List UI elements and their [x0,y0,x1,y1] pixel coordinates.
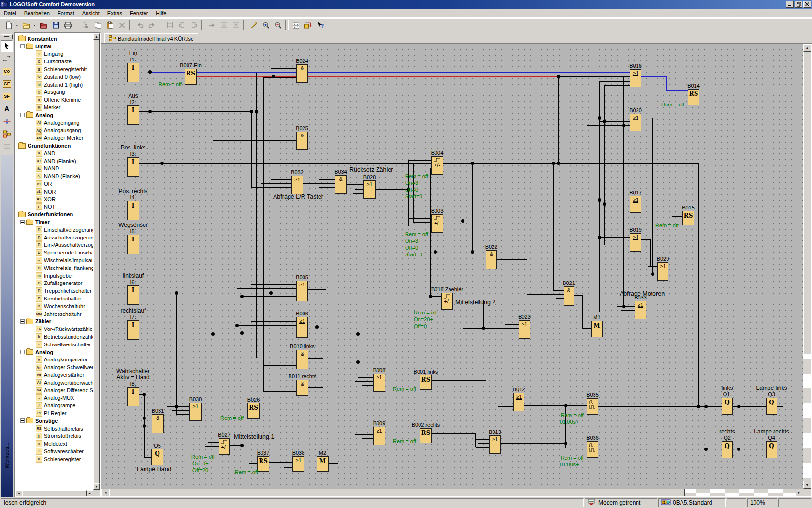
block-B014[interactable]: B014RS [688,89,699,105]
block-B025[interactable]: B025& [296,132,308,150]
special-functions-tool[interactable]: SF [1,90,13,102]
collapse-icon[interactable] [20,418,25,423]
block-B029[interactable]: B029≥1 [657,262,668,281]
tree-item-speichernde-einschaltverz-[interactable]: ⊔Speichernde Einschaltverzö [16,249,93,256]
close-button[interactable] [803,1,811,8]
tree-folder-analog[interactable]: Analog [16,348,93,356]
tree-item-vor-r-ckw-rtsz-hler[interactable]: +/-Vor-/Rückwärtszähler [16,325,93,333]
tree-item-wischrelais-flankengetrigg[interactable]: ⊓Wischrelais, flankengetrigg [16,264,93,272]
tree-item-offene-klemme[interactable]: XOffene Klemme [16,96,93,104]
constants-tool[interactable]: Co [1,65,13,77]
tree-item-ausschaltverz-gerung[interactable]: ⊓Ausschaltverzögerung [16,234,93,241]
block-M1[interactable]: M1M [591,321,603,337]
block-B037[interactable]: B037RS [257,456,269,472]
block-I2[interactable]: AusI2.I [127,105,139,125]
new-file-icon[interactable] [3,19,15,31]
tree-item-schieberegister[interactable]: »Schieberegister [16,455,93,463]
tree-item-pi-regler[interactable]: PIPI-Regler [16,409,93,417]
tree-folder-analog[interactable]: Analog [16,111,93,119]
tree-folder-sonstige[interactable]: Sonstige [16,417,93,425]
tree-item-nand[interactable]: &.NAND [16,165,93,173]
block-B001[interactable]: B001 linksRS [420,375,432,390]
tree-item-analog-mux[interactable]: →Analog-MUX [16,394,93,402]
tree-item-stromsto-relais[interactable]: ∏Stromstoßrelais [16,432,93,440]
scroll-right-icon[interactable]: ► [796,489,803,496]
tree-horizontal-scrollbar[interactable]: ◄ ► [15,490,93,496]
tree-item-xor[interactable]: =1XOR [16,195,93,203]
tree-item-nand-flanke-[interactable]: ^.NAND (Flanke) [16,172,93,180]
canvas-horizontal-scrollbar[interactable]: ◄ ► [102,489,803,496]
tree-folder-grundfunktionen[interactable]: Grundfunktionen [16,142,93,149]
tree-item-analogausgang[interactable]: AQAnalogausgang [16,127,93,134]
block-M2[interactable]: M2M [317,456,329,472]
block-B033[interactable]: B033≥1 [635,301,646,319]
network-tool[interactable] [1,128,13,140]
block-B008[interactable]: B008≥1 [373,374,385,392]
tree-item-ein-ausschaltverz-gerung[interactable]: ⊓Ein-/Ausschaltverzögerung [16,241,93,249]
tree-item-schieberegisterbit[interactable]: SSchieberegisterbit [16,65,93,73]
tree-item-treppenlichtschalter[interactable]: ⊓Treppenlichtschalter [16,287,93,295]
document-tab[interactable]: Bandlaufmodell final v4 KÜR.lsc [104,33,198,43]
tree-item-and-flanke-[interactable]: &↑AND (Flanke) [16,157,93,165]
block-B006[interactable]: B006≥1 [296,317,308,338]
block-B035[interactable]: B035 [587,398,598,415]
minimize-button[interactable] [786,1,794,8]
canvas-vertical-scrollbar[interactable]: ▲ ▼ [803,44,811,489]
copy-icon[interactable] [92,19,104,31]
tree-item-cursortaste[interactable]: CCursortaste [16,58,93,65]
scroll-down-icon[interactable]: ▼ [93,483,100,490]
tree-item-meldetext[interactable]: ≡Meldetext [16,440,93,448]
tree-item-zustand-1-high-[interactable]: hiZustand 1 (high) [16,81,93,89]
collapse-icon[interactable] [20,319,25,324]
block-I4[interactable]: Pos. rechtsI4.I [127,201,139,220]
simulation-tool[interactable] [1,141,13,152]
block-Q4[interactable]: Lampe rechtsQ4Q [766,441,777,458]
collapse-icon[interactable] [20,350,25,354]
block-I8[interactable]: WahlschalterAktiv = HandI8.I [127,387,139,406]
block-B004[interactable]: B004+/- [431,156,443,175]
tree-item-analogkomparator[interactable]: AAnalogkomparator [16,356,93,363]
text-tool[interactable]: A [1,103,13,115]
block-B017[interactable]: B017≥1 [630,196,641,213]
tree-item-analoger-schwellwertschalt[interactable]: A∩Analoger Schwellwertschalt [16,363,93,371]
simulation-icon[interactable] [302,19,314,31]
tree-vertical-scrollbar[interactable]: ▲ ▼ [93,33,100,490]
block-B003[interactable]: B003+/- [431,214,443,233]
tree-item-merker[interactable]: MMerker [16,104,93,111]
block-B007[interactable]: B007 EinRS [185,69,197,85]
block-B011[interactable]: B011 rechts& [296,380,308,396]
block-B012[interactable]: B012≥1 [513,393,524,411]
basic-functions-tool[interactable]: GF [1,78,13,90]
tree-folder-digital[interactable]: Digital [16,43,93,50]
tree-item-zufallsgenerator[interactable]: ⊓Zufallsgenerator [16,280,93,287]
menu-datei[interactable]: Datei [0,9,20,17]
scroll-down-icon[interactable]: ▼ [803,481,811,489]
block-Q2[interactable]: rechtsQ2Q [722,441,733,458]
open-file-dropdown[interactable] [32,19,38,31]
scroll-left-icon[interactable]: ◄ [15,490,22,496]
tree-item-analoger-differenz-schwell[interactable]: ΔAAnaloger Differenz-Schwell [16,387,93,394]
tree-item-analogrampe[interactable]: /Analogrampe [16,402,93,409]
block-B024[interactable]: B024& [296,64,308,83]
collapse-icon[interactable] [20,113,25,117]
tree-item-eingang[interactable]: IEingang [16,50,93,58]
tree-item-jahresschaltuhr[interactable]: MMJahresschaltuhr [16,310,93,318]
tree-folder-zähler[interactable]: Zähler [16,317,93,325]
tree-item-or[interactable]: ≥1OR [16,180,93,188]
tree-item-zustand-0-low-[interactable]: loZustand 0 (low) [16,73,93,81]
block-B016[interactable]: B016≥1 [630,69,641,87]
tree-item-analogverst-rker[interactable]: A±Analogverstärker [16,371,93,379]
tree-item-nor[interactable]: ≥1.NOR [16,188,93,195]
scroll-up-icon[interactable]: ▲ [803,44,811,52]
tree-item-analoger-merker[interactable]: AMAnaloger Merker [16,134,93,142]
collapse-icon[interactable] [20,44,25,48]
tree-folder-timer[interactable]: Timer [16,218,93,226]
block-B013[interactable]: B013≥1 [489,435,501,454]
tree-item-schwellwertschalter[interactable]: ∩Schwellwertschalter [16,341,93,348]
tree-item-analogwert-berwachung[interactable]: A!Analogwertüberwachung [16,379,93,387]
maximize-button[interactable] [795,1,802,8]
block-I6[interactable]: linkslaufI6.I [127,285,139,305]
tree-item-analogeingang[interactable]: AIAnalogeingang [16,119,93,127]
scroll-up-icon[interactable]: ▲ [93,33,100,40]
tree-item-not[interactable]: 1.NOT [16,203,93,211]
